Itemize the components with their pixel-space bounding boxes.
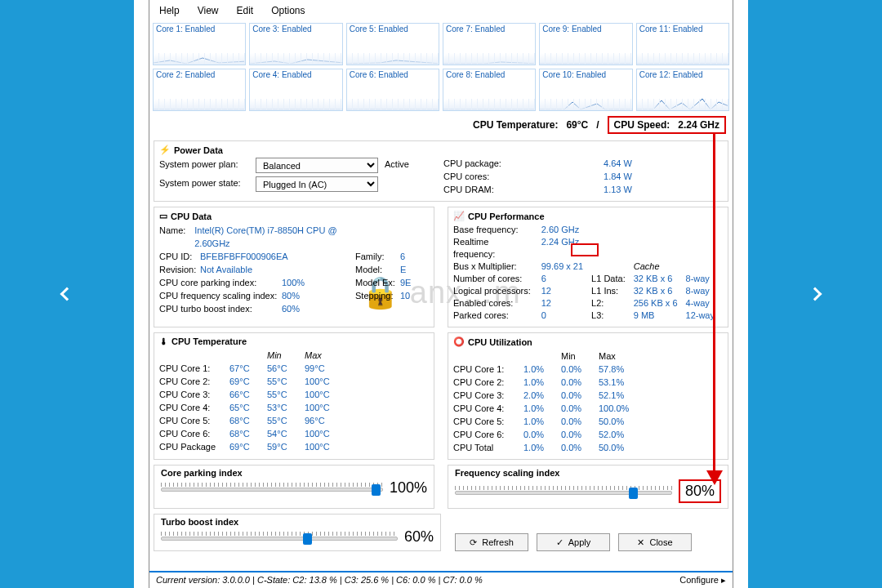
menu-view[interactable]: View xyxy=(198,5,219,16)
slider-track[interactable] xyxy=(161,483,383,494)
core-graph[interactable]: Core 11: Enabled xyxy=(636,23,729,65)
turbo-boost-slider: Turbo boost index 60% xyxy=(154,514,441,551)
core-graph[interactable]: Core 4: Enabled xyxy=(249,69,342,111)
core-graph[interactable]: Core 5: Enabled xyxy=(346,23,439,65)
menu-bar: Help View Edit Options xyxy=(149,0,733,21)
plug-icon: ⚡ xyxy=(159,145,171,155)
power-data-section: ⚡Power Data System power plan:BalancedAc… xyxy=(154,140,728,202)
core-graph[interactable]: Core 8: Enabled xyxy=(443,69,536,111)
menu-options[interactable]: Options xyxy=(271,5,305,16)
prev-image-button[interactable] xyxy=(0,0,134,588)
core-graph[interactable]: Core 10: Enabled xyxy=(539,69,632,111)
menu-edit[interactable]: Edit xyxy=(236,5,253,16)
refresh-button[interactable]: ⟳Refresh xyxy=(455,533,528,551)
summary-bar: CPU Temperature: 69°C / CPU Speed: 2.24 … xyxy=(149,113,733,139)
cpu-performance-section: 📈CPU Performance Base frequency:2.60 GHz… xyxy=(448,207,728,327)
core-graph[interactable]: Core 2: Enabled xyxy=(153,69,246,111)
next-image-button[interactable] xyxy=(748,0,882,588)
gauge-icon: 📈 xyxy=(453,211,465,221)
slider-thumb[interactable] xyxy=(629,488,638,499)
cpu-speed-highlight: CPU Speed: 2.24 GHz xyxy=(608,116,726,134)
core-graph[interactable]: Core 3: Enabled xyxy=(249,23,342,65)
menu-help[interactable]: Help xyxy=(159,5,180,16)
core-graph[interactable]: Core 9: Enabled xyxy=(539,23,632,65)
cpu-data-section: ▭CPU Data Name:Intel(R) Core(TM) i7-8850… xyxy=(154,207,434,327)
core-parking-slider: Core parking index 100% xyxy=(154,465,434,509)
slider-track[interactable] xyxy=(455,486,672,497)
check-icon: ✓ xyxy=(556,537,564,548)
thermometer-icon: 🌡 xyxy=(159,336,168,346)
status-bar: Current version: 3.0.0.0 | C-State: C2: … xyxy=(149,571,733,588)
refresh-icon: ⟳ xyxy=(470,537,477,548)
power-state-select[interactable]: Plugged In (AC) xyxy=(256,176,378,192)
core-graph[interactable]: Core 7: Enabled xyxy=(443,23,536,65)
freq-value-highlight: 80% xyxy=(679,479,721,503)
speed-value: 2.24 GHz xyxy=(678,119,719,131)
speed-label: CPU Speed: xyxy=(614,119,670,131)
gauge-icon: ⭕ xyxy=(453,336,465,347)
core-graph[interactable]: Core 6: Enabled xyxy=(346,69,439,111)
chevron-left-icon xyxy=(60,287,74,301)
cpu-util-section: ⭕CPU Utilization MinMax CPU Core 1:1.0%0… xyxy=(448,332,728,460)
slider-track[interactable] xyxy=(161,532,398,543)
freq-scaling-slider: Frequency scaling index 80% xyxy=(448,465,728,509)
temp-label: CPU Temperature: xyxy=(473,119,558,131)
core-graphs-row1: Core 1: Enabled Core 3: Enabled Core 5: … xyxy=(149,21,733,67)
core-graph[interactable]: Core 12: Enabled xyxy=(636,69,729,111)
slider-thumb[interactable] xyxy=(303,533,312,545)
chevron-right-icon xyxy=(808,287,822,301)
app-window: 🔒 anx…m Help View Edit Options Core 1: E… xyxy=(149,0,733,588)
cpu-temp-section: 🌡CPU Temperature MinMax CPU Core 1:67°C5… xyxy=(154,332,434,460)
core-graphs-row2: Core 2: Enabled Core 4: Enabled Core 6: … xyxy=(149,67,733,113)
temp-value: 69°C xyxy=(566,119,588,131)
slider-thumb[interactable] xyxy=(372,484,381,496)
chip-icon: ▭ xyxy=(159,211,167,221)
multiplier-highlight xyxy=(571,243,599,256)
power-plan-select[interactable]: Balanced xyxy=(256,158,378,173)
close-icon: ✕ xyxy=(637,537,644,548)
core-graph[interactable]: Core 1: Enabled xyxy=(153,23,246,65)
apply-button[interactable]: ✓Apply xyxy=(537,533,610,551)
configure-link[interactable]: Configure ▸ xyxy=(679,575,726,586)
close-button[interactable]: ✕Close xyxy=(618,533,692,551)
